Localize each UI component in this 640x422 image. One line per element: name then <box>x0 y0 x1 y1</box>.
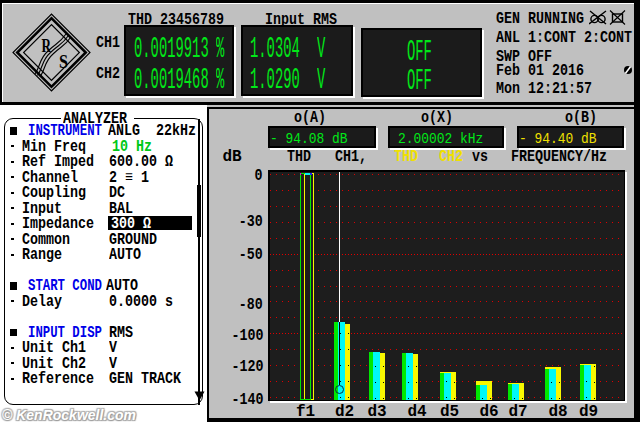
svg-text:S: S <box>59 52 68 72</box>
svg-text:R: R <box>42 36 52 56</box>
